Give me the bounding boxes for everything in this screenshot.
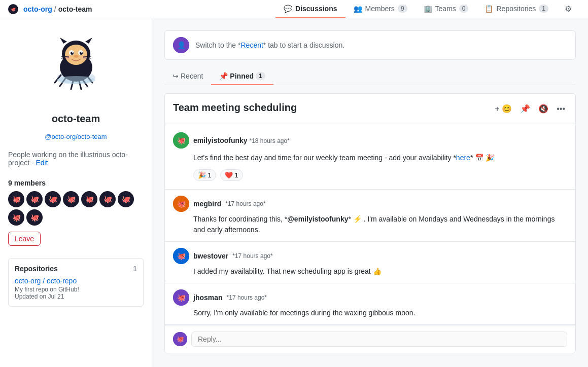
reply-avatar: 🐙 xyxy=(173,332,187,346)
svg-point-19 xyxy=(81,52,82,53)
svg-text:🐙: 🐙 xyxy=(67,195,76,204)
team-name: octo-team xyxy=(8,113,144,125)
breadcrumb: 🐙 octo-org / octo-team xyxy=(8,4,275,14)
discussions-icon: 💬 xyxy=(284,5,292,13)
breadcrumb-sep: / xyxy=(54,5,56,13)
reaction-party[interactable]: 🎉 1 xyxy=(193,169,216,181)
recent-tab-link[interactable]: Recent xyxy=(241,41,263,49)
comment-1-avatar: 🐙 xyxy=(173,196,189,212)
svg-text:🐙: 🐙 xyxy=(30,213,40,222)
nav-tabs: 💬 Discussions 👥 Members 9 🏢 Teams 0 📋 Re… xyxy=(275,0,580,18)
member-avatar[interactable]: 🐙 xyxy=(99,191,116,207)
svg-point-17 xyxy=(80,52,83,55)
pinned-count-badge: 1 xyxy=(256,72,265,80)
tab-pinned[interactable]: 📌 Pinned 1 xyxy=(211,68,273,85)
comment-3: 🐙 jhosman *17 hours ago* Sorry, I'm only… xyxy=(165,283,575,325)
svg-text:🐙: 🐙 xyxy=(177,252,186,261)
post-author-name[interactable]: emilyistoofunky xyxy=(193,136,248,144)
comment-1-header: 🐙 megbird *17 hours ago* xyxy=(173,196,567,212)
svg-text:🐙: 🐙 xyxy=(103,195,113,204)
tab-members[interactable]: 👥 Members 9 xyxy=(345,0,416,18)
repos-header: Repositories 1 xyxy=(15,265,137,273)
comment-3-avatar: 🐙 xyxy=(173,289,189,306)
svg-marker-12 xyxy=(85,38,92,44)
members-icon: 👥 xyxy=(354,5,362,13)
tab-discussions[interactable]: 💬 Discussions xyxy=(275,0,345,18)
comment-1-body: Thanks for coordinating this, *@emilyist… xyxy=(193,214,567,235)
repos-title: Repositories xyxy=(15,265,58,273)
repos-count: 1 xyxy=(133,265,137,273)
members-section: 9 members 🐙 🐙 🐙 🐙 🐙 🐙 🐙 🐙 🐙 Leave xyxy=(8,179,144,246)
pin-icon: 📌 xyxy=(219,72,228,80)
svg-text:🐙: 🐙 xyxy=(122,195,131,204)
post-author-avatar: 🐙 xyxy=(173,132,189,149)
emoji-action-button[interactable]: + 😊 xyxy=(493,102,514,116)
settings-icon[interactable]: ⚙ xyxy=(557,4,580,14)
repositories-badge: 1 xyxy=(539,5,548,13)
tab-teams-label: Teams xyxy=(435,5,456,13)
more-action-button[interactable]: ••• xyxy=(555,102,567,116)
member-avatar[interactable]: 🐙 xyxy=(26,209,43,226)
member-avatar[interactable]: 🐙 xyxy=(63,191,79,207)
org-icon: 🐙 xyxy=(8,4,18,14)
svg-point-22 xyxy=(82,56,87,59)
comments-section: 🐙 megbird *17 hours ago* Thanks for coor… xyxy=(165,190,575,353)
tab-discussions-label: Discussions xyxy=(295,5,337,13)
notice-box: 👤 Switch to the *Recent* tab to start a … xyxy=(164,30,576,60)
comment-3-header: 🐙 jhosman *17 hours ago* xyxy=(173,289,567,306)
main-content: 👤 Switch to the *Recent* tab to start a … xyxy=(152,18,588,367)
discussion-card: Team meeting scheduling + 😊 📌 🔇 ••• 🐙 xyxy=(164,93,576,353)
comment-1-time: *17 hours ago* xyxy=(225,200,265,207)
svg-text:🐙: 🐙 xyxy=(177,136,186,145)
comment-3-author[interactable]: jhosman xyxy=(193,293,223,302)
repo-desc: My first repo on GitHub! xyxy=(15,286,137,293)
comment-3-body: Sorry, I'm only available for meetings d… xyxy=(193,308,567,318)
leave-button[interactable]: Leave xyxy=(8,232,41,246)
tab-teams[interactable]: 🏢 Teams 0 xyxy=(416,0,477,18)
arrow-icon: ↪ xyxy=(172,72,179,80)
comment-1-author[interactable]: megbird xyxy=(193,200,221,208)
pinned-tab-label: Pinned xyxy=(230,72,254,80)
teams-badge: 0 xyxy=(459,5,469,13)
team-description: People working on the illustrious octo-p… xyxy=(8,151,144,167)
member-avatar[interactable]: 🐙 xyxy=(26,191,43,207)
svg-marker-11 xyxy=(60,38,67,44)
team-avatar xyxy=(46,34,107,95)
reaction-heart[interactable]: ❤️ 1 xyxy=(220,169,243,181)
discussion-tabs: ↪ Recent 📌 Pinned 1 xyxy=(164,68,576,85)
notice-text: Switch to the *Recent* tab to start a di… xyxy=(195,41,344,49)
repos-icon: 📋 xyxy=(485,5,493,13)
svg-text:🐙: 🐙 xyxy=(11,7,16,12)
member-avatar[interactable]: 🐙 xyxy=(118,191,134,207)
svg-point-20 xyxy=(74,55,79,58)
comment-1: 🐙 megbird *17 hours ago* Thanks for coor… xyxy=(165,190,575,242)
team-avatar-container xyxy=(8,30,144,101)
edit-link[interactable]: Edit xyxy=(36,159,48,167)
post-time: *18 hours ago* xyxy=(249,137,289,144)
repo-link[interactable]: octo-org / octo-repo xyxy=(15,277,77,285)
tab-recent[interactable]: ↪ Recent xyxy=(164,68,211,85)
comment-2-header: 🐙 bwestover *17 hours ago* xyxy=(173,248,567,264)
notice-avatar-img: 👤 xyxy=(173,37,189,53)
tab-repositories[interactable]: 📋 Repositories 1 xyxy=(476,0,557,18)
team-name-breadcrumb: octo-team xyxy=(58,5,92,13)
original-post: 🐙 emilyistoofunky *18 hours ago* Let's f… xyxy=(165,124,575,190)
comment-2-author[interactable]: bwestover xyxy=(193,252,228,260)
org-link[interactable]: octo-org xyxy=(23,5,52,13)
member-avatar[interactable]: 🐙 xyxy=(45,191,61,207)
pin-action-button[interactable]: 📌 xyxy=(518,102,532,116)
repo-updated: Updated on Jul 21 xyxy=(15,293,137,300)
tab-repositories-label: Repositories xyxy=(496,5,536,13)
here-link[interactable]: here xyxy=(456,154,470,162)
comment-2: 🐙 bwestover *17 hours ago* I added my av… xyxy=(165,242,575,283)
mute-action-button[interactable]: 🔇 xyxy=(536,102,550,116)
reply-input[interactable] xyxy=(191,332,567,347)
members-badge: 9 xyxy=(398,5,407,13)
post-header: 🐙 emilyistoofunky *18 hours ago* xyxy=(173,132,567,149)
member-avatar[interactable]: 🐙 xyxy=(81,191,97,207)
sidebar: octo-team @octo-org/octo-team People wor… xyxy=(0,18,152,367)
member-avatar[interactable]: 🐙 xyxy=(8,191,24,207)
svg-point-21 xyxy=(65,56,71,59)
members-grid: 🐙 🐙 🐙 🐙 🐙 🐙 🐙 🐙 🐙 xyxy=(8,191,144,226)
member-avatar[interactable]: 🐙 xyxy=(8,209,24,226)
